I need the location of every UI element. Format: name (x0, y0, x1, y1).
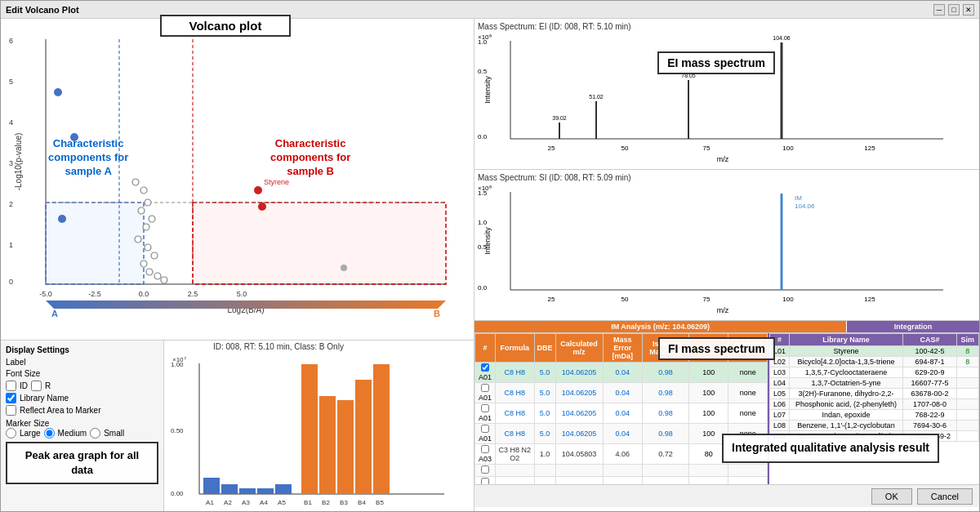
svg-text:0.5: 0.5 (478, 68, 488, 75)
font-size-row: Font Size (6, 369, 158, 378)
table-cell: 4.06 (603, 444, 642, 465)
checkbox-id-label: ID (20, 381, 28, 390)
svg-text:B5: B5 (376, 499, 384, 506)
label-row: Label (6, 358, 158, 367)
row-checkbox[interactable] (481, 404, 489, 412)
svg-text:B4: B4 (358, 499, 366, 506)
table-cell: L04 (770, 378, 789, 389)
window-controls: ─ □ ✕ (933, 4, 974, 16)
svg-text:Intensity: Intensity (483, 76, 492, 104)
svg-text:B2: B2 (322, 499, 330, 506)
row-checkbox[interactable] (481, 384, 489, 392)
svg-text:A4: A4 (260, 499, 268, 506)
radio-small-label: Small (104, 429, 124, 438)
svg-text:B3: B3 (340, 499, 348, 506)
svg-text:A2: A2 (224, 499, 232, 506)
id-info: ID: 008, RT: 5.10 min, Class: B Only (213, 342, 344, 351)
svg-text:-5.0: -5.0 (39, 290, 52, 298)
cancel-button[interactable]: Cancel (917, 488, 973, 505)
table-cell: C8 H8 (495, 363, 534, 383)
svg-text:0.0: 0.0 (139, 290, 149, 298)
checkbox-reflect-label: Reflect Area to Marker (20, 406, 100, 415)
svg-text:2: 2 (9, 200, 13, 208)
main-content: 6 5 4 3 2 1 0 -Log10(p-value) -5.0 -2.5 … (1, 19, 979, 511)
table-cell: 0.04 (603, 403, 642, 424)
svg-text:104.06: 104.06 (795, 203, 815, 210)
row-checkbox[interactable] (481, 445, 489, 453)
table-cell (495, 477, 534, 485)
table-cell: 629-20-9 (903, 367, 956, 378)
svg-text:5.0: 5.0 (237, 290, 247, 298)
restore-btn[interactable]: □ (948, 4, 960, 16)
checkbox-reflect[interactable] (6, 405, 16, 416)
svg-rect-56 (319, 396, 336, 494)
row-checkbox[interactable] (481, 478, 489, 484)
svg-text:100: 100 (782, 296, 794, 303)
table-cell: 1,3,7-Octatrien-5-yne (789, 378, 903, 389)
table-cell: 104.06205 (555, 403, 603, 424)
table-cell: none (728, 403, 768, 424)
table-cell: 100-42-5 (903, 346, 956, 357)
close-btn[interactable]: ✕ (963, 4, 974, 16)
row-checkbox[interactable] (481, 465, 489, 474)
table-cell: 104.06205 (555, 383, 603, 403)
fi-spectrum-panel: Mass Spectrum: SI (ID: 008, RT: 5.09 min… (474, 170, 979, 321)
svg-text:A: A (51, 309, 58, 318)
radio-medium[interactable] (44, 428, 55, 439)
col-dbe: DBE (534, 334, 555, 363)
checkbox-reflect-row: Reflect Area to Marker (6, 405, 158, 416)
checkbox-id[interactable] (6, 381, 16, 391)
table-cell: none (728, 383, 768, 403)
radio-small[interactable] (90, 428, 100, 439)
volcano-svg: 6 5 4 3 2 1 0 -Log10(p-value) -5.0 -2.5 … (1, 31, 454, 329)
row-checkbox[interactable] (481, 425, 489, 433)
table-cell: 0.04 (603, 383, 642, 403)
table-cell (603, 477, 642, 485)
svg-text:m/z: m/z (717, 155, 729, 163)
right-panel: Mass Spectrum: EI (ID: 008, RT: 5.10 min… (474, 19, 979, 511)
window-title: Edit Volcano Plot (6, 5, 79, 15)
col-sim: Sim (956, 334, 978, 346)
svg-rect-17 (193, 203, 446, 284)
marker-size-row: Large Medium Small (6, 428, 158, 439)
row-checkbox[interactable] (481, 363, 489, 372)
radio-large[interactable] (6, 428, 16, 439)
table-cell: 768-22-9 (903, 410, 956, 421)
table-cell: 5.0 (534, 383, 555, 403)
svg-text:0: 0 (9, 278, 13, 286)
svg-text:×10⁶: ×10⁶ (478, 33, 492, 41)
svg-text:×10⁶: ×10⁶ (478, 185, 492, 192)
checkbox-library[interactable] (6, 393, 16, 403)
minimize-btn[interactable]: ─ (933, 4, 945, 16)
svg-rect-53 (257, 488, 274, 494)
svg-rect-16 (46, 203, 144, 284)
svg-point-36 (161, 277, 167, 283)
svg-rect-52 (239, 488, 256, 494)
svg-text:39.02: 39.02 (552, 115, 567, 121)
svg-rect-54 (275, 484, 292, 494)
svg-text:50: 50 (621, 296, 629, 303)
checkbox-id-row: ID R (6, 381, 158, 391)
svg-point-33 (140, 260, 147, 267)
label-field-label: Label (6, 358, 55, 367)
marker-size-label: Marker Size (6, 419, 49, 428)
svg-text:-Log10(p-value): -Log10(p-value) (14, 133, 23, 191)
col-cas: CAS# (903, 334, 956, 346)
table-cell: 16607-77-5 (903, 378, 956, 389)
table-cell: 0.98 (642, 363, 688, 383)
svg-text:125: 125 (864, 296, 875, 303)
table-cell: A01 (475, 424, 496, 444)
table-cell: 104.05803 (555, 444, 603, 465)
checkbox-r[interactable] (31, 381, 42, 391)
font-size-label: Font Size (6, 369, 55, 378)
table-cell: 100 (689, 383, 728, 403)
svg-text:A1: A1 (206, 499, 214, 506)
table-cell (689, 465, 728, 477)
table-cell: none (728, 363, 768, 383)
table-cell (475, 465, 496, 477)
volcano-plot-title: Volcano plot (160, 15, 291, 37)
table-cell: L05 (770, 389, 789, 399)
table-cell: 0.04 (603, 424, 642, 444)
table-cell: L03 (770, 367, 789, 378)
ok-button[interactable]: OK (871, 488, 912, 505)
